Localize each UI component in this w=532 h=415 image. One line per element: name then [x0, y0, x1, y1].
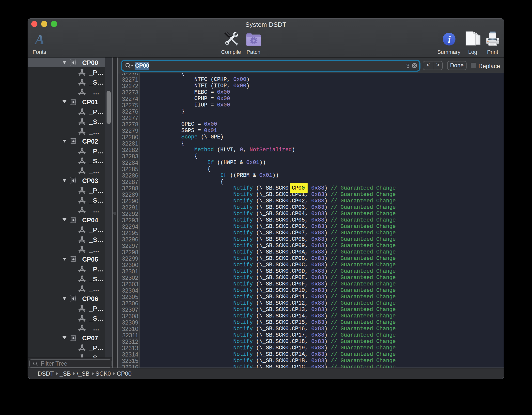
svg-text:i: i [448, 34, 451, 45]
svg-text:A: A [34, 33, 45, 46]
